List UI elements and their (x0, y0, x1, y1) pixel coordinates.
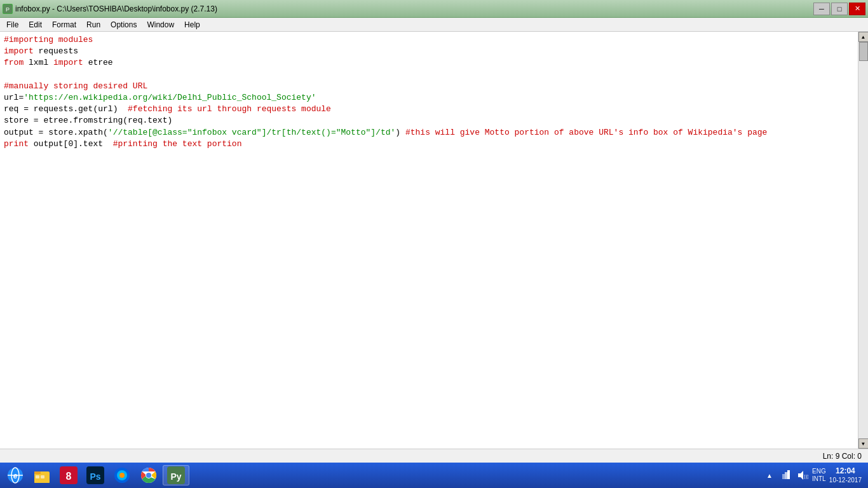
tray-lang[interactable]: ENGINTL (813, 469, 825, 482)
tray-time-display: 12:04 (829, 466, 862, 477)
app-icon: P (3, 4, 13, 14)
scroll-thumb[interactable] (859, 42, 868, 61)
python-icon: Py (167, 466, 185, 484)
status-bar: Ln: 9 Col: 0 (0, 449, 868, 463)
menu-edit[interactable]: Edit (24, 19, 47, 30)
menu-file[interactable]: File (1, 19, 24, 30)
menu-options[interactable]: Options (105, 19, 142, 30)
tray-clock[interactable]: 12:04 10-12-2017 (829, 466, 862, 485)
vertical-scrollbar[interactable]: ▲ ▼ (858, 32, 868, 449)
maximize-button[interactable]: □ (831, 3, 848, 15)
title-bar: P infobox.py - C:\Users\TOSHIBA\Desktop\… (0, 0, 868, 18)
close-button[interactable]: ✕ (849, 3, 865, 15)
ps-icon: Ps (86, 466, 104, 484)
svg-text:Py: Py (170, 471, 181, 482)
svg-rect-24 (785, 472, 787, 479)
chrome-icon (140, 466, 158, 484)
svg-text:)))): )))) (804, 473, 808, 479)
editor-container: #importing modules import requests from … (0, 32, 868, 449)
tray-volume-icon[interactable]: )))) (796, 469, 809, 482)
taskbar: e 8 Ps (0, 463, 868, 488)
svg-point-17 (119, 473, 125, 478)
scroll-track[interactable] (858, 42, 868, 438)
ie-icon: e (6, 466, 24, 484)
svg-point-20 (146, 473, 151, 478)
svg-rect-8 (34, 471, 41, 474)
svg-text:P: P (6, 6, 10, 13)
taskbar-ie[interactable]: e (3, 465, 28, 485)
svg-text:e: e (13, 471, 18, 480)
menu-help[interactable]: Help (179, 19, 205, 30)
taskbar-python[interactable]: Py (163, 465, 189, 485)
svg-text:8: 8 (66, 471, 72, 482)
svg-rect-25 (787, 470, 790, 479)
scroll-up-button[interactable]: ▲ (858, 32, 869, 42)
explorer-icon (33, 466, 51, 484)
taskbar-chrome[interactable] (136, 465, 161, 485)
svg-rect-23 (782, 474, 785, 479)
tray-arrow[interactable]: ▲ (763, 469, 776, 482)
svg-rect-9 (36, 475, 39, 478)
menu-format[interactable]: Format (47, 19, 81, 30)
scroll-down-button[interactable]: ▼ (858, 438, 869, 449)
menu-run[interactable]: Run (81, 19, 105, 30)
system-tray: ▲ )))) ENGINTL 12:04 10-12-2017 (759, 466, 865, 485)
taskbar-explorer[interactable] (29, 465, 55, 485)
app3-icon: 8 (60, 466, 78, 484)
window-controls: ─ □ ✕ (813, 3, 865, 15)
tray-network-icon[interactable] (780, 469, 792, 482)
code-editor[interactable]: #importing modules import requests from … (0, 32, 858, 449)
title-bar-left: P infobox.py - C:\Users\TOSHIBA\Desktop\… (3, 4, 217, 14)
menu-window[interactable]: Window (142, 19, 179, 30)
menu-bar: File Edit Format Run Options Window Help (0, 18, 868, 32)
taskbar-ps[interactable]: Ps (83, 465, 108, 485)
taskbar-app3[interactable]: 8 (56, 465, 81, 485)
svg-marker-26 (798, 471, 803, 480)
cursor-position: Ln: 9 Col: 0 (823, 452, 862, 461)
window-title: infobox.py - C:\Users\TOSHIBA\Desktop\in… (15, 4, 217, 13)
svg-rect-10 (41, 475, 44, 478)
firefox-icon (113, 466, 131, 484)
minimize-button[interactable]: ─ (813, 3, 830, 15)
svg-text:Ps: Ps (90, 471, 100, 482)
taskbar-firefox[interactable] (109, 465, 135, 485)
tray-date-display: 10-12-2017 (829, 476, 862, 484)
